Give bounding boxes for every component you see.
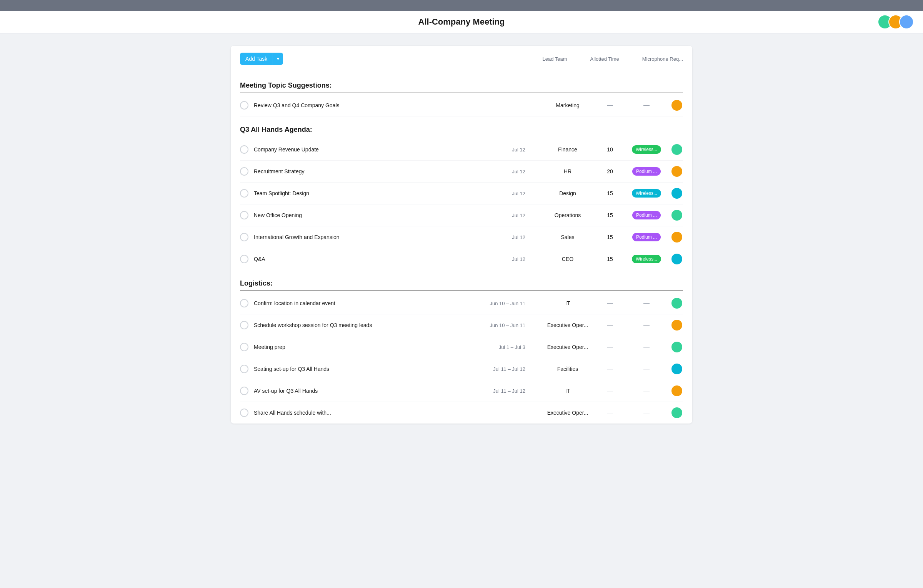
mic-badge: Wireless... [632,145,661,154]
task-team: IT [541,300,595,306]
table-row: Seating set-up for Q3 All HandsJul 11 – … [240,358,683,380]
task-name: Recruitment Strategy [254,168,483,174]
task-time: 15 [595,234,625,240]
task-avatar [668,209,683,221]
task-date: Jul 12 [483,191,525,196]
table-row: Review Q3 and Q4 Company GoalsMarketing—… [240,95,683,116]
main-content: Add Task ▾ Lead Team Allotted Time Micro… [231,46,692,424]
add-task-button[interactable]: Add Task ▾ [240,53,283,65]
header-avatar [899,15,914,29]
avatar [671,297,683,309]
task-mic: — [625,387,668,394]
task-mic: — [625,365,668,372]
task-mic: — [625,344,668,350]
avatar [671,231,683,243]
mic-badge: Wireless... [632,189,661,198]
task-avatar [668,341,683,353]
task-time: — [595,387,625,394]
task-time: — [595,300,625,307]
task-time: 15 [595,190,625,196]
task-team: HR [541,168,595,174]
task-name: Seating set-up for Q3 All Hands [254,366,483,372]
mic-badge: Podium ... [632,233,661,241]
section-divider [240,291,683,291]
add-task-dropdown-icon[interactable]: ▾ [273,53,283,65]
task-mic: Podium ... [625,233,668,241]
avatar [671,385,683,397]
task-checkbox[interactable] [240,145,248,154]
col-microphone-req: Microphone Req... [642,56,683,62]
task-team: IT [541,388,595,394]
task-name: Confirm location in calendar event [254,300,483,306]
task-checkbox[interactable] [240,321,248,329]
task-mic: Wireless... [625,145,668,154]
section-divider [240,93,683,93]
avatar [671,363,683,375]
task-avatar [668,187,683,199]
task-checkbox[interactable] [240,365,248,373]
task-checkbox[interactable] [240,387,248,395]
task-checkbox[interactable] [240,211,248,219]
task-mic: — [625,409,668,416]
table-row: International Growth and ExpansionJul 12… [240,226,683,248]
header: All-Company Meeting [0,11,923,33]
task-team: Facilities [541,366,595,372]
task-name: International Growth and Expansion [254,234,483,240]
avatar [671,209,683,221]
table-row: New Office OpeningJul 12Operations15Podi… [240,204,683,226]
mic-badge: Podium ... [632,211,661,219]
task-date: Jul 11 – Jul 12 [483,388,525,394]
toolbar: Add Task ▾ Lead Team Allotted Time Micro… [231,46,692,72]
mic-badge: Wireless... [632,255,661,263]
task-date: Jun 10 – Jun 11 [483,322,525,328]
task-team: Design [541,190,595,196]
task-checkbox[interactable] [240,409,248,417]
header-avatars [878,15,914,29]
table-row: Meeting prepJul 1 – Jul 3Executive Oper.… [240,336,683,358]
task-checkbox[interactable] [240,101,248,110]
task-time: — [595,344,625,350]
task-checkbox[interactable] [240,343,248,351]
task-name: Meeting prep [254,344,483,350]
task-date: Jul 11 – Jul 12 [483,366,525,372]
add-task-label: Add Task [240,53,273,65]
task-checkbox[interactable] [240,167,248,176]
task-avatar [668,363,683,375]
task-mic: — [625,300,668,307]
task-date: Jul 12 [483,147,525,153]
task-avatar [668,231,683,243]
task-team: Executive Oper... [541,410,595,416]
task-team: Finance [541,146,595,153]
task-name: AV set-up for Q3 All Hands [254,388,483,394]
task-avatar [668,407,683,419]
task-date: Jul 12 [483,234,525,240]
task-name: Share All Hands schedule with... [254,410,483,416]
table-row: Schedule workshop session for Q3 meeting… [240,314,683,336]
task-time: 15 [595,212,625,218]
table-row: Confirm location in calendar eventJun 10… [240,292,683,314]
table-row: Share All Hands schedule with...Executiv… [240,402,683,424]
section-header: Logistics: [240,270,683,291]
section-divider [240,137,683,137]
task-team: Sales [541,234,595,240]
task-team: Executive Oper... [541,344,595,350]
task-name: Q&A [254,256,483,262]
task-checkbox[interactable] [240,233,248,241]
task-date: Jul 1 – Jul 3 [483,344,525,350]
avatar [671,187,683,199]
task-name: Team Spotlight: Design [254,190,483,196]
task-checkbox[interactable] [240,189,248,198]
task-name: Schedule workshop session for Q3 meeting… [254,322,483,328]
task-team: Executive Oper... [541,322,595,328]
avatar [671,407,683,419]
section-header: Q3 All Hands Agenda: [240,116,683,137]
task-team: Operations [541,212,595,218]
mic-badge: Podium ... [632,167,661,176]
task-date: Jul 12 [483,213,525,218]
page-title: All-Company Meeting [418,17,505,27]
task-checkbox[interactable] [240,255,248,263]
table-row: Team Spotlight: DesignJul 12Design15Wire… [240,183,683,204]
task-checkbox[interactable] [240,299,248,307]
task-team: CEO [541,256,595,262]
task-time: 15 [595,256,625,262]
